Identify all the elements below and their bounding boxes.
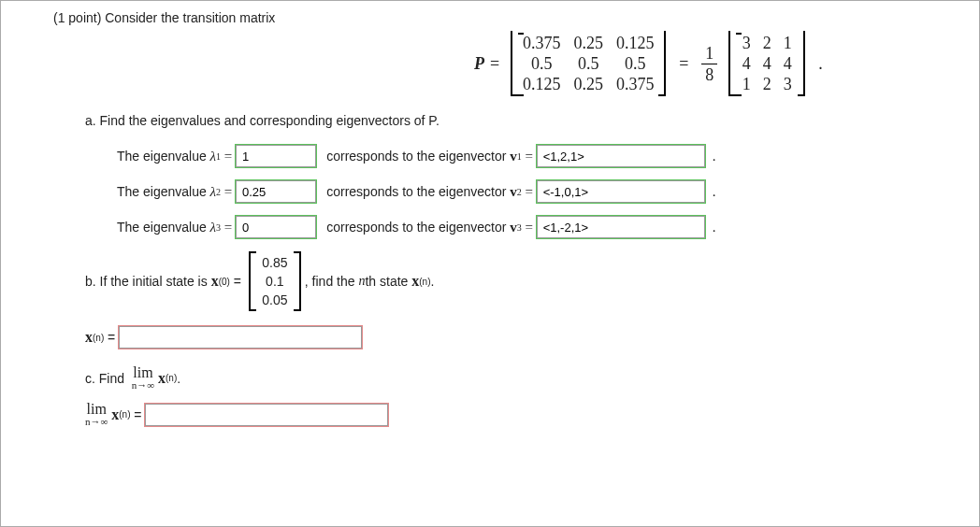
eigenvector-2-input[interactable] — [537, 180, 705, 203]
var-P: P — [474, 54, 484, 74]
eigen-row-2: The eigenvalue λ2 = corresponds to the e… — [117, 180, 970, 203]
part-b-text: b. If the initial state is x(0) = 0.85 0… — [85, 251, 970, 311]
transition-matrix-equation: P = 0.3750.250.125 0.50.50.5 0.1250.250.… — [53, 31, 970, 96]
limit-symbol: lim n→∞ — [132, 365, 154, 391]
part-c-answer-row: lim n→∞ x(n) = — [85, 402, 970, 427]
eigen-row-1: The eigenvalue λ1 = corresponds to the e… — [117, 145, 970, 167]
eigen-row-3: The eigenvalue λ3 = corresponds to the e… — [117, 216, 970, 238]
xn-answer-input[interactable] — [119, 326, 362, 349]
eigenvector-3-input[interactable] — [537, 216, 705, 238]
lambda-3-input[interactable] — [236, 216, 316, 238]
eigenvector-1-input[interactable] — [537, 145, 705, 167]
question-title: (1 point) Consider the transition matrix — [53, 10, 970, 25]
lambda-2-input[interactable] — [236, 180, 316, 203]
x0-vector: 0.85 0.1 0.05 — [249, 251, 301, 311]
limit-answer-input[interactable] — [145, 404, 388, 426]
fraction-1-8: 1 8 — [701, 45, 717, 83]
part-a-heading: a. Find the eigenvalues and correspondin… — [85, 113, 970, 128]
part-b-answer-row: x(n) = — [85, 326, 970, 349]
limit-symbol-answer: lim n→∞ — [85, 402, 108, 427]
part-c-heading: c. Find lim n→∞ x(n) . — [85, 365, 970, 391]
lambda-1-input[interactable] — [236, 145, 316, 167]
matrix-P-decimal: 0.3750.250.125 0.50.50.5 0.1250.250.375 — [511, 31, 666, 96]
matrix-P-integer: 321 444 123 — [728, 31, 805, 96]
